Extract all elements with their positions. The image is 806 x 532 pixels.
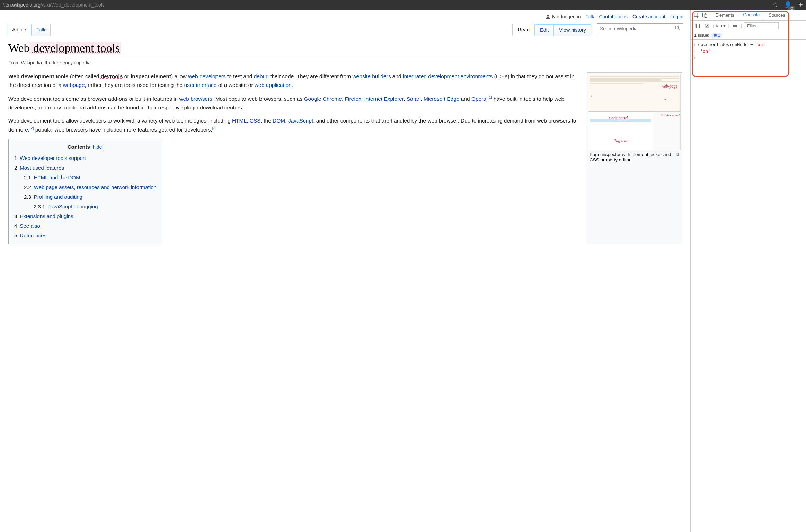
url-text: //en.wikipedia.org/wiki/Web_development_… [3, 2, 105, 8]
link-webpage[interactable]: webpage [63, 82, 85, 88]
link-website-builders[interactable]: website builders [352, 73, 391, 79]
talk-link[interactable]: Talk [585, 14, 594, 19]
create-account-link[interactable]: Create account [632, 14, 665, 19]
issues-label: 1 Issue: [694, 33, 709, 38]
console-output[interactable]: ›document.designMode = 'on'‹'on'› [691, 40, 806, 62]
tab-view-history[interactable]: View history [554, 24, 591, 36]
svg-point-0 [547, 15, 549, 17]
browser-address-bar: //en.wikipedia.org/wiki/Web_development_… [0, 0, 806, 10]
title-highlight: development tools [29, 42, 121, 54]
profile-icon[interactable]: 👤72 [784, 1, 792, 9]
toc-item[interactable]: 2.3Profiling and auditing [14, 192, 157, 202]
svg-line-2 [678, 29, 680, 30]
login-link[interactable]: Log in [670, 14, 683, 19]
tab-elements[interactable]: Elements [711, 10, 738, 20]
tab-edit[interactable]: Edit [535, 24, 554, 36]
link-opera[interactable]: Opera [471, 96, 486, 102]
link-debug[interactable]: debug [254, 73, 269, 79]
toc-item[interactable]: 2.3.1JavaScript debugging [14, 202, 157, 211]
tab-article[interactable]: Article [7, 24, 31, 36]
page-subtitle: From Wikipedia, the free encyclopedia [8, 60, 682, 65]
toc-item[interactable]: 1Web developer tools support [14, 153, 157, 163]
thumb-label-tag: Tag trail [614, 138, 628, 143]
issue-icon [713, 34, 717, 37]
link-javascript[interactable]: JavaScript [288, 118, 313, 124]
thumb-label-styles: styles panel [663, 113, 680, 117]
link-web-application[interactable]: web application [255, 82, 292, 88]
console-sidebar-icon[interactable] [693, 22, 701, 30]
link-web-developers[interactable]: web developers [188, 73, 226, 79]
ref-2[interactable]: [2] [29, 126, 34, 130]
url-scheme: // [3, 2, 6, 8]
toc-item[interactable]: 2.1HTML and the DOM [14, 173, 157, 182]
devtools-panel: | Elements Console Sources | top ▾ | | 1… [690, 10, 806, 532]
not-logged-in-label: Not logged in [545, 14, 581, 19]
link-ide[interactable]: integrated development environments [403, 73, 493, 79]
search-icon[interactable] [675, 25, 680, 32]
page-title: Web development tools [8, 35, 682, 57]
toc-title: Contents [hide] [14, 143, 157, 151]
expand-icon[interactable]: ⧉ [676, 152, 679, 162]
search-input[interactable] [600, 26, 675, 31]
console-line: › [693, 54, 803, 61]
ref-1[interactable]: [1] [488, 95, 492, 99]
link-user-interface[interactable]: user interface [184, 82, 217, 88]
ref-3[interactable]: [3] [212, 126, 216, 130]
link-web-browsers[interactable]: web browsers [179, 96, 212, 102]
device-toggle-icon[interactable] [701, 11, 709, 19]
filter-input[interactable] [744, 22, 779, 29]
link-safari[interactable]: Safari [407, 96, 421, 102]
infobox-image: Web-page Code panel styles panel Tag tra… [587, 72, 682, 244]
paragraph-2: Web development tools come as browser ad… [8, 94, 581, 112]
console-toolbar: | top ▾ | | [691, 21, 806, 31]
link-ie[interactable]: Internet Explorer [364, 96, 404, 102]
extensions-icon[interactable]: ✦ [798, 1, 803, 9]
article-body: Web development tools (often called devt… [8, 72, 581, 244]
tab-talk[interactable]: Talk [31, 24, 51, 36]
url-host: en.wikipedia.org [6, 2, 41, 8]
link-html[interactable]: HTML [232, 118, 247, 124]
toc-hide-toggle[interactable]: [hide] [91, 144, 103, 150]
link-edge[interactable]: Microsoft Edge [424, 96, 459, 102]
tab-console[interactable]: Console [739, 10, 764, 20]
link-chrome[interactable]: Google Chrome [304, 96, 342, 102]
thumbnail-caption: Page inspector with element picker and C… [590, 152, 674, 162]
toc-item[interactable]: 5References [14, 231, 157, 241]
issues-badge[interactable]: 1 [711, 33, 722, 38]
thumbnail-image[interactable]: Web-page Code panel styles panel Tag tra… [588, 74, 681, 150]
thumb-label-webpage: Web-page [661, 84, 677, 89]
table-of-contents: Contents [hide] 1Web developer tools sup… [8, 139, 162, 244]
svg-point-1 [675, 26, 679, 29]
toc-item[interactable]: 3Extensions and plugins [14, 211, 157, 221]
star-icon[interactable]: ☆ [772, 1, 778, 9]
devtools-tabs: | Elements Console Sources [691, 10, 806, 21]
url-path: /wiki/Web_development_tools [41, 2, 105, 8]
svg-rect-11 [714, 34, 717, 36]
inspect-icon[interactable] [693, 11, 700, 19]
tab-read[interactable]: Read [512, 24, 535, 36]
browser-toolbar-icons: ☆ 👤72 ✦ [772, 1, 803, 9]
thumb-label-code: Code panel [609, 116, 628, 121]
live-expression-icon[interactable] [731, 22, 739, 30]
svg-rect-6 [695, 24, 700, 28]
console-line: ›document.designMode = 'on' [693, 41, 803, 48]
title-word-1: Web [8, 42, 29, 54]
clear-console-icon[interactable] [703, 22, 711, 30]
svg-line-9 [706, 25, 708, 27]
link-dom[interactable]: DOM [273, 118, 285, 124]
toc-item[interactable]: 2Most used features [14, 163, 157, 173]
link-css[interactable]: CSS [250, 118, 261, 124]
tab-sources[interactable]: Sources [764, 10, 789, 20]
svg-rect-5 [705, 14, 707, 17]
search-box[interactable] [597, 23, 683, 34]
svg-point-10 [734, 25, 736, 27]
link-firefox[interactable]: Firefox [345, 96, 361, 102]
person-icon [545, 14, 551, 19]
contributions-link[interactable]: Contributions [599, 14, 628, 19]
paragraph-1: Web development tools (often called devt… [8, 72, 581, 90]
context-selector[interactable]: top ▾ [716, 23, 726, 28]
toc-item[interactable]: 4See also [14, 221, 157, 231]
toc-item[interactable]: 2.2Web page assets, resources and networ… [14, 182, 157, 192]
issues-row[interactable]: 1 Issue: 1 [691, 31, 806, 40]
personal-tools: Not logged in Talk Contributions Create … [0, 10, 690, 24]
